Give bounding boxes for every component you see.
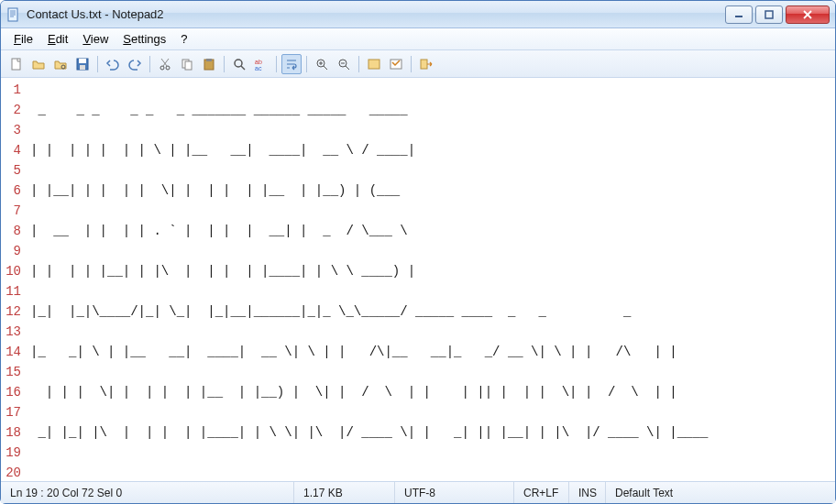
line-number: 4 xyxy=(3,140,21,160)
customize-icon[interactable] xyxy=(386,54,406,74)
svg-rect-13 xyxy=(206,59,212,61)
separator xyxy=(358,56,359,72)
menu-edit[interactable]: Edit xyxy=(40,30,75,48)
zoom-in-icon[interactable] xyxy=(312,54,332,74)
statusbar: Ln 19 : 20 Col 72 Sel 0 1.17 KB UTF-8 CR… xyxy=(1,481,835,503)
paste-icon[interactable] xyxy=(199,54,219,74)
titlebar[interactable]: Contact Us.txt - Notepad2 xyxy=(1,1,835,28)
svg-rect-1 xyxy=(735,16,742,17)
separator xyxy=(97,56,98,72)
line-number-gutter: 1 2 3 4 5 6 7 8 9 10 11 12 13 14 15 16 1… xyxy=(1,78,27,481)
maximize-button[interactable] xyxy=(755,5,783,24)
line-number: 14 xyxy=(3,342,21,362)
text-line: | __ | | | | . ` | | | | __| | _ / \___ … xyxy=(30,221,831,241)
svg-rect-11 xyxy=(185,61,192,70)
window: Contact Us.txt - Notepad2 File Edit View… xyxy=(0,0,836,504)
status-filetype[interactable]: Default Text xyxy=(606,482,835,503)
status-position[interactable]: Ln 19 : 20 Col 72 Sel 0 xyxy=(1,482,294,503)
line-number: 15 xyxy=(3,362,21,382)
cut-icon[interactable] xyxy=(155,54,175,74)
line-number: 5 xyxy=(3,160,21,181)
svg-rect-21 xyxy=(421,60,427,69)
open-folder-icon[interactable] xyxy=(28,54,49,74)
line-number: 3 xyxy=(3,120,21,140)
status-insertmode[interactable]: INS xyxy=(569,482,606,503)
separator xyxy=(411,56,412,72)
line-number: 10 xyxy=(3,261,21,281)
window-title: Contact Us.txt - Notepad2 xyxy=(27,7,725,21)
text-line xyxy=(30,463,831,481)
line-number: 13 xyxy=(3,322,21,342)
line-number: 17 xyxy=(3,402,21,422)
svg-rect-19 xyxy=(368,60,380,69)
line-number: 16 xyxy=(3,382,21,402)
zoom-out-icon[interactable] xyxy=(334,54,354,74)
text-line: |_| |_|\____/|_| \_| |_|__|______|_|_ \_… xyxy=(30,301,831,322)
separator xyxy=(224,56,225,72)
line-number: 20 xyxy=(3,463,21,481)
line-number: 7 xyxy=(3,201,21,221)
line-number: 19 xyxy=(3,443,21,463)
text-line: | | | | |__| | |\ | | | | |____| | \ \ _… xyxy=(30,261,831,281)
svg-point-8 xyxy=(160,66,164,70)
separator xyxy=(149,56,150,72)
replace-icon[interactable]: abac xyxy=(251,54,271,74)
line-number: 2 xyxy=(3,100,21,120)
separator xyxy=(276,56,277,72)
exit-icon[interactable] xyxy=(416,54,436,74)
text-line: |_ _| \ | |__ __| ____| __ \| \ | | /\|_… xyxy=(30,342,831,362)
line-number: 18 xyxy=(3,422,21,443)
line-number: 1 xyxy=(3,80,21,100)
svg-text:ab: ab xyxy=(255,59,262,65)
line-number: 9 xyxy=(3,241,21,261)
menu-help[interactable]: ? xyxy=(173,30,194,48)
text-line: | |__| | | | | \| | | | | |__ | |__) | (… xyxy=(30,181,831,201)
svg-text:ac: ac xyxy=(255,65,262,71)
line-number: 6 xyxy=(3,181,21,201)
separator xyxy=(306,56,307,72)
copy-icon[interactable] xyxy=(177,54,197,74)
text-line: _| |_| |\ | | | | |____| | \ \| |\ |/ __… xyxy=(30,422,831,443)
menubar: File Edit View Settings ? xyxy=(1,28,835,50)
wordwrap-icon[interactable] xyxy=(281,54,302,74)
line-number: 8 xyxy=(3,221,21,241)
svg-rect-7 xyxy=(80,65,85,70)
new-file-icon[interactable] xyxy=(6,54,27,74)
window-controls xyxy=(725,5,830,24)
toolbar: abac xyxy=(1,50,835,78)
line-number: 12 xyxy=(3,301,21,322)
app-icon xyxy=(6,7,21,22)
line-number: 11 xyxy=(3,281,21,301)
svg-rect-6 xyxy=(79,59,86,63)
status-encoding[interactable]: UTF-8 xyxy=(395,482,514,503)
close-button[interactable] xyxy=(786,5,830,24)
menu-settings[interactable]: Settings xyxy=(116,30,173,48)
svg-rect-2 xyxy=(765,11,773,18)
status-size: 1.17 KB xyxy=(294,482,395,503)
find-icon[interactable] xyxy=(229,54,249,74)
status-lineending[interactable]: CR+LF xyxy=(514,482,569,503)
text-line: | | | \| | | | | |__ | |__) | \| | / \ |… xyxy=(30,382,831,402)
redo-icon[interactable] xyxy=(125,54,145,74)
svg-point-9 xyxy=(166,66,170,70)
minimize-button[interactable] xyxy=(725,5,753,24)
text-line: _ _ _ _ _ _ _______ ______ _____ _____ xyxy=(30,100,831,120)
browse-icon[interactable] xyxy=(50,54,71,74)
menu-view[interactable]: View xyxy=(75,30,116,48)
editor[interactable]: 1 2 3 4 5 6 7 8 9 10 11 12 13 14 15 16 1… xyxy=(1,78,835,481)
text-content[interactable]: _ _ _ _ _ _ _______ ______ _____ _____ |… xyxy=(27,78,835,481)
menu-file[interactable]: File xyxy=(6,30,40,48)
save-icon[interactable] xyxy=(72,54,93,74)
svg-point-14 xyxy=(235,60,242,67)
undo-icon[interactable] xyxy=(103,54,123,74)
svg-rect-3 xyxy=(12,59,20,70)
scheme-icon[interactable] xyxy=(364,54,384,74)
text-line: | | | | | | | \ | |__ __| ____| __ \ / _… xyxy=(30,140,831,160)
